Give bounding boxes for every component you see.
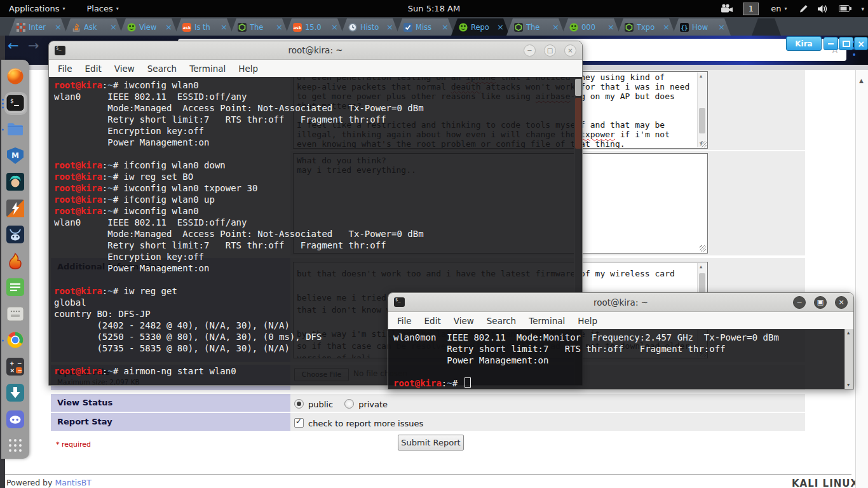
menu-edit[interactable]: Edit xyxy=(418,313,447,329)
scrollbar-thumb[interactable] xyxy=(575,79,581,96)
dock-item-flame[interactable] xyxy=(6,252,25,271)
browser-tab-the[interactable]: The× xyxy=(506,18,565,36)
submit-report-button[interactable]: Submit Report xyxy=(398,435,464,451)
browser-minimize-icon[interactable] xyxy=(824,37,838,50)
browser-tab-000[interactable]: 000× xyxy=(562,18,620,36)
workspace-indicator[interactable]: 1 xyxy=(743,3,759,15)
maximize-icon[interactable]: ▣ xyxy=(814,296,827,309)
dock-item-files[interactable] xyxy=(6,120,25,139)
scroll-up-icon[interactable]: ▲ xyxy=(847,330,850,336)
minimize-icon[interactable]: − xyxy=(524,44,536,57)
close-icon[interactable]: × xyxy=(564,44,576,57)
tab-close-icon[interactable]: × xyxy=(276,23,283,31)
tab-close-icon[interactable]: × xyxy=(110,23,117,31)
scroll-up-icon[interactable]: ▲ xyxy=(700,264,702,269)
grid-favicon-icon xyxy=(17,23,25,32)
dock-item-app-grid[interactable] xyxy=(6,437,25,456)
menu-help[interactable]: Help xyxy=(571,313,604,329)
dock-item-calculator[interactable]: +−×= xyxy=(6,358,25,377)
tablet-pen-icon[interactable] xyxy=(799,4,808,13)
terminal2-scrollbar[interactable]: ▲ ▼ xyxy=(844,329,853,389)
browser-tab-is-th[interactable]: askIs th× xyxy=(175,18,233,36)
dock-item-beef[interactable] xyxy=(6,226,25,245)
mantis-favicon-icon xyxy=(459,23,468,32)
tab-close-icon[interactable]: × xyxy=(607,23,614,31)
tab-close-icon[interactable]: × xyxy=(663,23,670,31)
menu-file[interactable]: File xyxy=(391,313,418,329)
minimize-icon[interactable]: − xyxy=(793,296,806,309)
menu-search[interactable]: Search xyxy=(480,313,522,329)
menu-terminal[interactable]: Terminal xyxy=(183,61,232,76)
dock-item-firefox[interactable] xyxy=(6,67,25,86)
page-scrollbar[interactable]: ▲ xyxy=(855,70,868,488)
menu-edit[interactable]: Edit xyxy=(79,61,108,76)
dock-item-downloads[interactable] xyxy=(6,384,25,403)
terminal2-content[interactable]: ▲ ▼ wlan0mon IEEE 802.11 Mode:Monitor Fr… xyxy=(388,329,853,389)
user-profile-button[interactable]: Kira xyxy=(786,36,822,51)
textarea-scrollbar[interactable]: ▲ ▼ xyxy=(697,72,707,147)
dock-item-chrome[interactable] xyxy=(6,331,25,350)
report-stay-label: Report Stay xyxy=(51,413,290,426)
browser-close-icon[interactable] xyxy=(854,37,868,50)
browser-tab-repo[interactable]: Repo× xyxy=(451,18,510,36)
public-radio[interactable] xyxy=(294,399,304,409)
resize-handle[interactable] xyxy=(700,141,707,147)
browser-tab-miss[interactable]: Miss× xyxy=(396,18,454,36)
browser-tab-view[interactable]: View× xyxy=(119,18,178,36)
volume-icon[interactable] xyxy=(818,4,829,13)
dock-item-burpsuite[interactable] xyxy=(6,200,25,219)
maximize-icon[interactable]: □ xyxy=(544,44,556,57)
mantisbt-link[interactable]: MantisBT xyxy=(55,478,91,487)
tab-close-icon[interactable]: × xyxy=(331,23,338,31)
browser-tab-ask[interactable]: Ask× xyxy=(64,18,123,36)
private-radio[interactable] xyxy=(344,399,354,409)
svg-text:ask: ask xyxy=(294,25,302,30)
menu-help[interactable]: Help xyxy=(232,61,264,76)
tab-close-icon[interactable]: × xyxy=(552,23,559,31)
report-stay-checkbox[interactable] xyxy=(294,418,304,428)
battery-icon[interactable] xyxy=(839,5,851,12)
terminal2-titlebar[interactable]: $_ root@kira: ~ − ▣ × xyxy=(388,293,853,312)
tab-close-icon[interactable]: × xyxy=(165,23,172,31)
scroll-up-icon[interactable]: ▲ xyxy=(859,78,864,84)
browser-maximize-icon[interactable] xyxy=(839,37,853,50)
tab-title: Miss xyxy=(416,23,439,32)
scroll-down-icon[interactable]: ▼ xyxy=(847,383,850,388)
system-menu-chevron-icon[interactable]: ▾ xyxy=(861,6,864,12)
menu-terminal[interactable]: Terminal xyxy=(522,313,571,329)
resize-handle[interactable] xyxy=(700,245,706,252)
places-menu[interactable]: Places▾ xyxy=(84,4,121,13)
tab-close-icon[interactable]: × xyxy=(718,23,725,31)
applications-menu[interactable]: Applications▾ xyxy=(6,4,67,13)
browser-tab-txpo[interactable]: Txpo× xyxy=(617,18,675,36)
browser-tab-inter[interactable]: Inter× xyxy=(9,18,67,36)
dock-item-terminal[interactable]: $ xyxy=(6,94,25,113)
browser-tab-the[interactable]: The× xyxy=(230,18,288,36)
clock[interactable]: Sun 5:18 AM xyxy=(408,4,460,13)
tab-close-icon[interactable]: × xyxy=(442,23,449,31)
tab-close-icon[interactable]: × xyxy=(220,23,227,31)
close-icon[interactable]: × xyxy=(835,296,848,309)
dock-item-avatar[interactable] xyxy=(6,173,25,192)
browser-tab-how[interactable]: {}How× xyxy=(672,18,731,36)
dock-item-recorder[interactable] xyxy=(6,305,25,324)
scrollbar-thumb[interactable] xyxy=(699,108,705,133)
menu-file[interactable]: File xyxy=(51,61,79,76)
terminal-window-2[interactable]: $_ root@kira: ~ − ▣ × FileEditViewSearch… xyxy=(388,292,854,390)
browser-tab-15-0[interactable]: ask15.0× xyxy=(285,18,344,36)
keyboard-layout[interactable]: en▾ xyxy=(768,4,789,13)
menu-view[interactable]: View xyxy=(447,313,480,329)
dock-item-discord[interactable] xyxy=(6,410,25,430)
menu-view[interactable]: View xyxy=(108,61,141,76)
tab-close-icon[interactable]: × xyxy=(55,23,62,31)
dock-item-notes[interactable] xyxy=(6,278,25,297)
dock-item-metasploit[interactable]: M xyxy=(6,147,25,166)
tab-close-icon[interactable]: × xyxy=(497,23,504,31)
tab-close-icon[interactable]: × xyxy=(386,23,393,31)
menu-search[interactable]: Search xyxy=(141,61,183,76)
scroll-up-icon[interactable]: ▲ xyxy=(700,74,702,79)
terminal1-titlebar[interactable]: $_ root@kira: ~ − □ × xyxy=(49,41,582,60)
scrollbar-thumb[interactable] xyxy=(575,98,581,149)
browser-tab-histo[interactable]: Histo× xyxy=(341,18,399,36)
screencast-camera-icon[interactable] xyxy=(721,4,733,13)
